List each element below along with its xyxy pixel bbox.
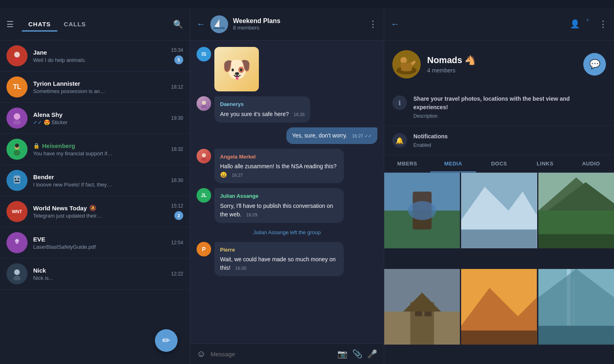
svg-point-16 xyxy=(14,269,20,275)
daenerys-bubble: Daenerys Are you sure it's safe here? 16… xyxy=(214,96,310,123)
outgoing-time: 16:27 ✓✓ xyxy=(352,133,372,138)
badge-jane: 5 xyxy=(174,55,183,64)
media-thumb-1[interactable] xyxy=(384,173,460,248)
chat-item-jane[interactable]: Jane Well I do help animals. 15:34 5 xyxy=(0,40,190,72)
chat-title-info: Weekend Plans 8 members xyxy=(233,17,368,31)
svg-point-13 xyxy=(16,241,18,244)
chat-item-tyrion[interactable]: TL Tyrion Lannister Sometimes possession… xyxy=(0,72,190,103)
tab-media[interactable]: MEDIA xyxy=(430,155,476,172)
emoji-button[interactable]: ☺ xyxy=(197,349,205,359)
chat-item-nick[interactable]: Nick Nick is... 12:22 xyxy=(0,258,190,290)
svg-point-14 xyxy=(15,241,16,242)
svg-rect-48 xyxy=(461,330,537,345)
chat-preview-heisenberg: You have my financial support if… xyxy=(33,150,171,157)
chat-header: ← Weekend Plans 8 members ⋮ xyxy=(190,8,384,40)
avatar-angela xyxy=(197,149,211,163)
chat-item-worldnews[interactable]: WNT World News Today 🔕 Telegram just upd… xyxy=(0,196,190,227)
avatar-is: IS xyxy=(197,47,211,61)
angela-sender: Angela Merkel xyxy=(220,153,338,161)
sticker-message: IS 🐶 xyxy=(197,47,377,91)
media-thumb-6[interactable] xyxy=(538,269,614,345)
attach-button[interactable]: 📎 xyxy=(352,349,362,359)
media-thumb-3[interactable] xyxy=(538,173,614,248)
chat-info-alena: Alena Shy ✓✓ 😍 Sticker xyxy=(33,111,171,125)
chat-item-eve[interactable]: EVE LaserBlastSafetyGuide.pdf 12:54 xyxy=(0,227,190,258)
media-thumb-5[interactable] xyxy=(461,269,537,345)
chat-list-header: ☰ CHATS CALLS 🔍 xyxy=(0,8,190,40)
chat-header-name: Weekend Plans xyxy=(233,17,368,25)
chat-name-bender: Bender xyxy=(33,174,171,180)
julian-sender: Julian Assange xyxy=(220,192,338,200)
chat-meta-bender: 16:30 xyxy=(171,178,183,183)
media-thumb-2[interactable] xyxy=(461,173,537,248)
tab-docs[interactable]: DOCS xyxy=(476,155,522,172)
chat-preview-worldnews: Telegram just updated their… xyxy=(33,213,171,219)
tab-audio[interactable]: AUDIO xyxy=(568,155,614,172)
pierre-sender: Pierre xyxy=(220,246,338,254)
back-button[interactable]: ← xyxy=(197,19,205,30)
chat-meta-nick: 12:22 xyxy=(171,271,183,277)
tab-chats[interactable]: CHATS xyxy=(22,17,57,31)
outgoing-text: Yes, sure, don't worry. xyxy=(292,132,347,139)
chat-panel: ← Weekend Plans 8 members ⋮ IS 🐶 xyxy=(190,8,384,364)
info-more-button[interactable]: ⋮ xyxy=(599,19,608,30)
chat-fab-area: 💬 xyxy=(583,53,606,76)
daenerys-message: Daenerys Are you sure it's safe here? 16… xyxy=(197,96,377,123)
open-chat-button[interactable]: 💬 xyxy=(583,53,606,76)
badge-worldnews: 2 xyxy=(174,211,183,220)
avatar-daenerys xyxy=(197,96,211,111)
pierre-bubble: Pierre Wait, we could have made so much … xyxy=(214,242,344,277)
chat-item-bender[interactable]: Bender I looove new Pixels! If fact, the… xyxy=(0,165,190,196)
description-label: Description xyxy=(413,113,606,119)
chat-preview-tyrion: Sometimes possession is an… xyxy=(33,88,171,94)
notifications-row[interactable]: 🔔 Notifications Enabled xyxy=(384,126,614,155)
group-profile: Nomads 🐴 4 members 💬 xyxy=(384,40,614,88)
group-info-text: Nomads 🐴 4 members xyxy=(427,55,476,74)
svg-rect-39 xyxy=(538,234,614,248)
daenerys-sender: Daenerys xyxy=(220,100,305,108)
chat-messages: IS 🐶 Daenerys Are you sure it's safe her… xyxy=(190,40,384,343)
angela-message: Angela Merkel Hallo alle zusammen! Is th… xyxy=(197,149,377,184)
media-thumb-4[interactable] xyxy=(384,269,460,345)
chat-item-alena[interactable]: Alena Shy ✓✓ 😍 Sticker 19:30 xyxy=(0,103,190,134)
chat-preview-jane: Well I do help animals. xyxy=(33,57,171,63)
chat-header-avatar xyxy=(210,15,228,33)
description-content: Share your travel photos, locations with… xyxy=(413,95,606,119)
notifications-label: Notifications xyxy=(413,132,448,141)
avatar-eve xyxy=(6,232,28,253)
chat-more-button[interactable]: ⋮ xyxy=(368,19,377,30)
chat-time-worldnews: 15:12 xyxy=(171,203,183,209)
chat-preview-nick: Nick is... xyxy=(33,275,171,281)
mic-button[interactable]: 🎤 xyxy=(367,349,377,359)
tab-members[interactable]: MBERS xyxy=(384,155,430,172)
media-tabs-row: MBERS MEDIA DOCS LINKS AUDIO xyxy=(384,155,614,173)
julian-message: JL Julian Assange Sorry, I'll have to pu… xyxy=(197,188,377,223)
chat-item-heisenberg[interactable]: 🔒 Heisenberg You have my financial suppo… xyxy=(0,134,190,165)
svg-point-15 xyxy=(18,241,19,242)
notification-bell-icon: 🔔 xyxy=(392,133,407,148)
hamburger-icon[interactable]: ☰ xyxy=(6,19,14,29)
search-icon[interactable]: 🔍 xyxy=(173,19,183,29)
double-check-out: ✓✓ xyxy=(364,133,372,138)
chat-info-worldnews: World News Today 🔕 Telegram just updated… xyxy=(33,205,171,219)
camera-button[interactable]: 📷 xyxy=(337,349,347,359)
mute-icon: 🔕 xyxy=(89,205,96,211)
description-text: Share your travel photos, locations with… xyxy=(413,95,606,112)
chat-preview-eve: LaserBlastSafetyGuide.pdf xyxy=(33,244,171,250)
chat-time-tyrion: 18:12 xyxy=(171,84,183,90)
svg-point-31 xyxy=(408,201,436,220)
outgoing-message: Yes, sure, don't worry. 16:27 ✓✓ xyxy=(197,127,377,144)
chat-info-bender: Bender I looove new Pixels! If fact, the… xyxy=(33,174,171,188)
group-avatar xyxy=(392,50,421,78)
chat-preview-alena: ✓✓ 😍 Sticker xyxy=(33,119,171,125)
chat-name-eve: EVE xyxy=(33,236,171,243)
tab-links[interactable]: LINKS xyxy=(522,155,568,172)
message-input[interactable] xyxy=(210,351,332,358)
tab-calls[interactable]: CALLS xyxy=(57,17,93,31)
double-check-alena: ✓✓ xyxy=(33,119,42,125)
avatar-tyrion: TL xyxy=(6,76,28,97)
info-back-button[interactable]: ← xyxy=(391,19,400,30)
compose-fab-button[interactable]: ✏ xyxy=(155,329,178,352)
svg-rect-7 xyxy=(14,176,20,184)
add-member-button[interactable]: 👤 xyxy=(570,19,580,30)
